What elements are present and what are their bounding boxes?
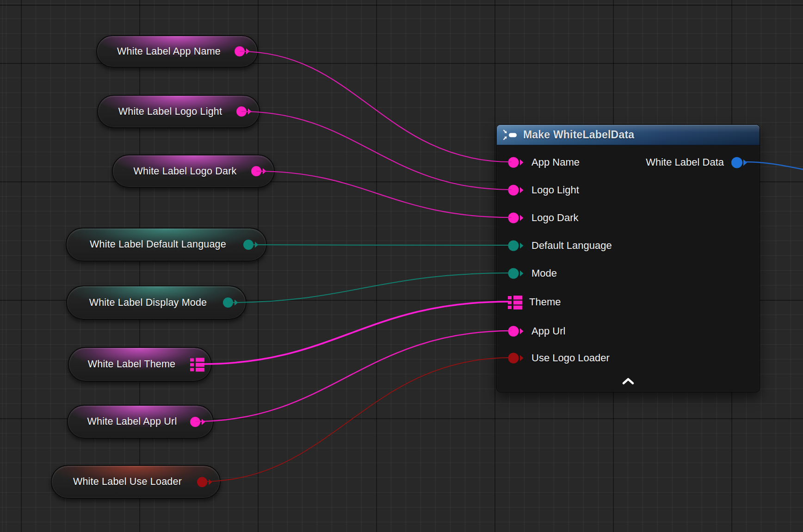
output-pin[interactable] bbox=[197, 476, 213, 488]
collapse-chevron-icon[interactable] bbox=[622, 377, 635, 385]
wire-logo-dark[interactable] bbox=[256, 171, 512, 217]
pin-row-white-label-data: White Label Data bbox=[646, 155, 748, 170]
pin-row-theme: Theme bbox=[508, 294, 561, 310]
pin-row-app-name: App Name bbox=[508, 155, 580, 170]
pin-label: Use Logo Loader bbox=[531, 352, 610, 364]
variable-node-white-label-logo-light[interactable]: White Label Logo Light bbox=[97, 95, 260, 128]
pin-row-logo-dark: Logo Dark bbox=[508, 210, 579, 226]
input-pin[interactable] bbox=[508, 352, 525, 364]
output-pin[interactable] bbox=[236, 105, 253, 118]
node-title: Make WhiteLabelData bbox=[523, 129, 634, 141]
blueprint-graph-canvas[interactable]: { "canvas": { "background": "#282828" },… bbox=[0, 0, 803, 532]
pin-label: App Name bbox=[531, 156, 580, 168]
output-pin[interactable] bbox=[234, 45, 251, 57]
wire-display-mode[interactable] bbox=[228, 273, 512, 303]
wire-app-name[interactable] bbox=[240, 51, 512, 162]
output-pin[interactable] bbox=[190, 416, 206, 428]
pin-row-mode: Mode bbox=[508, 266, 557, 281]
wire-app-url[interactable] bbox=[195, 331, 512, 421]
variable-node-label: White Label App Name bbox=[117, 46, 221, 57]
struct-pin-icon[interactable] bbox=[190, 357, 204, 371]
input-pin[interactable] bbox=[508, 156, 525, 168]
variable-node-label: White Label Logo Light bbox=[118, 106, 222, 118]
variable-node-white-label-app-name[interactable]: White Label App Name bbox=[96, 35, 258, 68]
variable-node-white-label-logo-dark[interactable]: White Label Logo Dark bbox=[112, 155, 275, 188]
pin-row-default-language: Default Language bbox=[508, 238, 612, 254]
pin-label: Theme bbox=[529, 296, 561, 308]
output-pin[interactable] bbox=[222, 297, 239, 309]
struct-pin-icon[interactable] bbox=[508, 295, 522, 309]
output-pin[interactable] bbox=[243, 239, 259, 251]
pin-row-logo-light: Logo Light bbox=[508, 182, 579, 198]
pin-label: Logo Light bbox=[531, 184, 579, 196]
wire-logo-light[interactable] bbox=[241, 111, 512, 190]
pin-row-app-url: App Url bbox=[508, 323, 565, 339]
wire-default-language[interactable] bbox=[248, 245, 512, 245]
make-whitelabeldata-node[interactable]: Make WhiteLabelData App Name Logo Light … bbox=[496, 124, 760, 392]
variable-node-white-label-default-language[interactable]: White Label Default Language bbox=[66, 228, 267, 261]
output-pin[interactable] bbox=[731, 156, 748, 169]
variable-node-label: White Label App Url bbox=[87, 416, 177, 427]
variable-node-label: White Label Logo Dark bbox=[134, 166, 237, 177]
make-struct-icon bbox=[502, 129, 518, 141]
input-pin[interactable] bbox=[508, 325, 525, 337]
wire-theme[interactable] bbox=[202, 302, 509, 364]
node-header[interactable]: Make WhiteLabelData bbox=[497, 125, 760, 145]
input-pin[interactable] bbox=[508, 184, 525, 196]
output-pin[interactable] bbox=[251, 165, 267, 177]
input-pin[interactable] bbox=[508, 240, 525, 252]
variable-node-label: White Label Default Language bbox=[90, 239, 226, 250]
pin-label: App Url bbox=[531, 325, 565, 337]
variable-node-white-label-display-mode[interactable]: White Label Display Mode bbox=[66, 285, 247, 320]
variable-node-label: White Label Display Mode bbox=[89, 297, 207, 309]
input-pin[interactable] bbox=[508, 212, 525, 224]
wire-use-loader[interactable] bbox=[202, 358, 512, 482]
pin-label: White Label Data bbox=[646, 156, 724, 168]
input-pin[interactable] bbox=[508, 267, 525, 279]
variable-node-white-label-app-url[interactable]: White Label App Url bbox=[67, 405, 214, 439]
pin-label: Logo Dark bbox=[531, 212, 579, 224]
variable-node-white-label-use-loader[interactable]: White Label Use Loader bbox=[51, 465, 221, 499]
variable-node-label: White Label Theme bbox=[88, 359, 175, 370]
pin-row-use-logo-loader: Use Logo Loader bbox=[508, 350, 610, 366]
pin-label: Mode bbox=[531, 267, 557, 279]
variable-node-label: White Label Use Loader bbox=[73, 476, 182, 488]
variable-node-white-label-theme[interactable]: White Label Theme bbox=[68, 347, 212, 382]
pin-label: Default Language bbox=[531, 240, 612, 252]
